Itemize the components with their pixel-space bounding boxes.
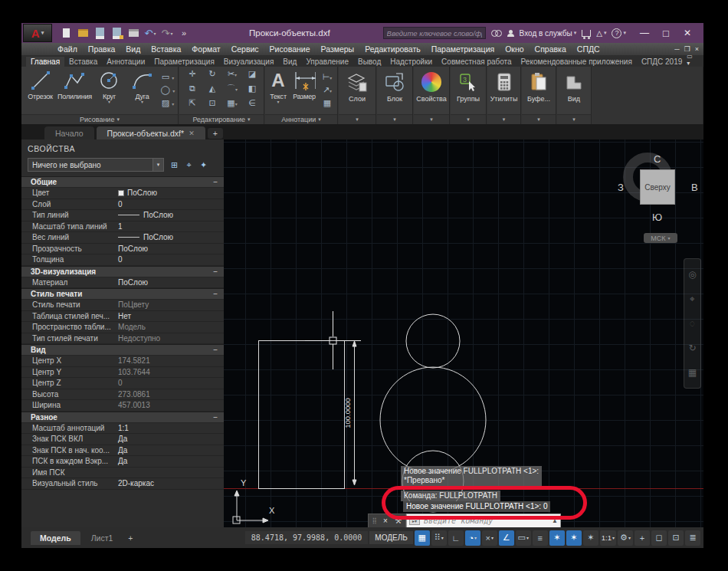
plot-icon[interactable] [127, 28, 139, 38]
properties-section-header[interactable]: Стиль печати− [21, 288, 224, 300]
stretch-icon[interactable]: ⇱ [184, 98, 201, 113]
ribbon-tab-вывод[interactable]: Вывод [353, 57, 385, 67]
polar-tracking-icon[interactable]: ◔▾ [465, 530, 480, 546]
save-as-icon[interactable] [110, 28, 123, 38]
ribbon-panel-layers[interactable]: Слои ▾ [339, 67, 376, 124]
customization-icon[interactable]: ≣ [685, 530, 700, 546]
collapse-icon[interactable]: − [213, 290, 218, 298]
menu-item-правка[interactable]: Правка [83, 44, 120, 54]
table-icon[interactable]: ▦ [319, 98, 336, 108]
vertical-dimension[interactable]: 100.0000 [343, 341, 356, 485]
object-snap-icon[interactable]: ∠ [499, 530, 514, 546]
property-value[interactable]: 1:1 [113, 423, 224, 434]
panel-label-layers[interactable]: ▾ [339, 114, 375, 124]
ribbon-tab-аннотации[interactable]: Аннотации [102, 57, 149, 67]
text-button[interactable]: A Текст ▾ [267, 69, 290, 108]
fillet-icon[interactable]: ⌒▾ [224, 84, 241, 98]
isodraft-icon[interactable]: ×▾ [482, 530, 497, 546]
app-store-cart-icon[interactable] [582, 30, 591, 37]
scale-icon[interactable]: ⊡ [204, 98, 221, 113]
close-button[interactable] [682, 28, 693, 39]
save-icon[interactable] [93, 28, 106, 38]
drawing-canvas[interactable]: 100.0000 Y X [224, 139, 703, 527]
model-space-button[interactable]: МОДЕЛЬ [369, 531, 412, 544]
property-value[interactable]: Да [113, 434, 224, 445]
layout-tab-модель[interactable]: Модель [31, 531, 80, 545]
rectangle-icon[interactable]: ▭ ▾ [159, 72, 176, 84]
open-file-icon[interactable] [77, 28, 89, 38]
pan-icon[interactable]: ⌖ [690, 294, 695, 304]
ribbon-tab-вставка[interactable]: Вставка [64, 57, 102, 67]
close-icon[interactable]: × [383, 517, 388, 525]
dimension-button[interactable]: Размер [290, 69, 318, 108]
ribbon-tab-спдс 2019[interactable]: СПДС 2019 [637, 57, 687, 67]
snap-overrides-icon[interactable]: ▭▾ [516, 530, 531, 546]
clean-screen-icon[interactable]: ⊡ [668, 530, 684, 546]
ribbon-tab-визуализация[interactable]: Визуализация [219, 57, 278, 67]
property-value[interactable]: 103.7644 [113, 367, 224, 378]
file-tab-прокси-объекты-dxf-[interactable]: Прокси-объекты.dxf*✕ [97, 126, 205, 139]
ribbon-tab-параметризация[interactable]: Параметризация [149, 57, 219, 67]
properties-section-header[interactable]: Общие− [21, 176, 224, 188]
menu-item-файл[interactable]: Файл [52, 44, 83, 54]
panel-label-groups[interactable]: ▾ [451, 114, 486, 124]
viewcube-top-face[interactable]: Сверху [640, 169, 675, 205]
leader-icon[interactable]: ↗▾ [319, 85, 336, 97]
menu-item-вид[interactable]: Вид [120, 44, 146, 54]
arc-button[interactable]: Дуга ▾ [126, 69, 158, 110]
layout-tab-лист1[interactable]: Лист1 [82, 531, 123, 545]
properties-section-header[interactable]: Вид− [21, 344, 224, 356]
property-value[interactable]: Нет [113, 311, 224, 322]
move-icon[interactable]: ✛ [184, 69, 201, 84]
wrench-icon[interactable]: ⚒ [395, 517, 402, 525]
head-circle-object[interactable] [406, 314, 460, 368]
trim-icon[interactable]: ✂▾ [224, 69, 241, 84]
property-value[interactable]: Да [113, 456, 224, 467]
array-icon[interactable]: ▦▾ [224, 98, 241, 113]
property-value[interactable]: 174.5821 [113, 356, 224, 366]
help-button[interactable]: ?▾ [612, 28, 626, 38]
ribbon-tab-надстройки[interactable]: Надстройки [385, 57, 437, 67]
ortho-icon[interactable]: ∟ [448, 530, 464, 546]
menu-item-размеры[interactable]: Размеры [316, 44, 360, 54]
zoom-icon[interactable]: ◌ [690, 318, 695, 329]
property-value[interactable]: Да [113, 445, 224, 456]
drag-grip-icon[interactable]: ⣿ [372, 517, 376, 524]
help-search-input[interactable] [383, 27, 486, 39]
layout-tab-new[interactable]: + [123, 531, 137, 545]
property-value[interactable] [113, 468, 224, 478]
ribbon-panel-clipboard[interactable]: Буфе... ▾ [522, 67, 556, 124]
property-value[interactable]: 273.0861 [113, 389, 224, 400]
ribbon-tab-главная[interactable]: Главная [26, 57, 64, 67]
property-value[interactable]: Недоступно [113, 333, 224, 344]
orbit-icon[interactable]: ↻ [688, 343, 696, 353]
signin-button[interactable]: Вход в службы▾ [520, 29, 577, 38]
command-input[interactable] [422, 516, 549, 526]
history-up-icon[interactable]: ▲ [552, 517, 558, 524]
search-binoculars-icon[interactable] [491, 30, 502, 36]
panel-label-block[interactable]: ▾ [377, 114, 412, 124]
property-value[interactable]: ПоЦвету [113, 300, 224, 310]
new-file-icon[interactable] [60, 28, 72, 38]
ribbon-panel-view[interactable]: Вид ▾ [557, 67, 592, 124]
property-value[interactable]: Модель [113, 322, 224, 333]
property-value[interactable]: 457.0013 [113, 400, 224, 411]
minimize-button[interactable] [639, 28, 650, 39]
viewcube-south[interactable]: Ю [652, 212, 662, 223]
object-type-dropdown[interactable]: Ничего не выбрано▾ [28, 158, 164, 172]
dimension-style-icon[interactable]: ⊢▾ [319, 72, 336, 84]
doc-minimize-button[interactable]: ─ [674, 45, 679, 53]
rectangle-object[interactable] [259, 341, 345, 489]
property-value[interactable]: ПоСлою [113, 210, 224, 221]
maximize-button[interactable] [661, 28, 671, 39]
doc-close-button[interactable]: × [695, 45, 699, 53]
annotation-scale-button[interactable]: 1:1▾ [600, 530, 616, 546]
property-value[interactable]: 2D-каркас [113, 478, 224, 489]
file-tab-new[interactable]: + [208, 128, 223, 139]
menu-item-редактировать[interactable]: Редактировать [359, 44, 426, 54]
mirror-icon[interactable]: ◭ [204, 84, 221, 98]
properties-section-header[interactable]: 3D-визуализация− [21, 266, 224, 277]
erase-icon[interactable]: ◪ [244, 69, 261, 84]
ellipse-icon[interactable]: ◯ ▾ [159, 85, 176, 97]
grid-icon[interactable]: ▦ [415, 530, 430, 546]
